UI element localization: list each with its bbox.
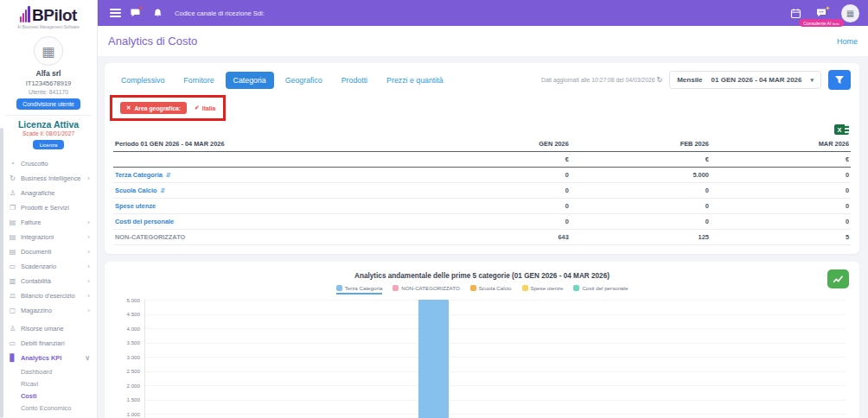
- sidebar-item-anagrafiche[interactable]: ♙Anagrafiche: [0, 186, 97, 200]
- sidebar-item-cruscotto[interactable]: ◔Cruscotto: [0, 156, 97, 171]
- file-icon: ▤: [9, 248, 16, 256]
- export-excel-icon[interactable]: X: [834, 124, 849, 135]
- sidebar-item-risorse-umane[interactable]: ♙Risorse umane: [0, 321, 97, 336]
- tab-fornitore[interactable]: Fornitore: [176, 72, 221, 89]
- brand-logo: BPilot: [0, 0, 97, 25]
- category-spese-utenze[interactable]: Spese utenze: [113, 199, 431, 214]
- legend-item-spese-utenze[interactable]: Spese utenze: [522, 285, 564, 291]
- tab-prodotti[interactable]: Prodotti: [334, 72, 375, 89]
- sidebar-item-prodotti-e-servizi[interactable]: ❒Prodotti e Servizi: [0, 200, 97, 215]
- calendar-icon[interactable]: [790, 8, 801, 19]
- license-status: Licenza Attiva: [0, 119, 97, 130]
- period-range[interactable]: 01 GEN 2026 - 04 MAR 2026: [712, 76, 802, 84]
- hamburger-menu-icon[interactable]: [110, 9, 121, 17]
- filter-value-italia[interactable]: ✔ Italia: [195, 104, 215, 111]
- legend-item-terza-categoria[interactable]: Terza Categoria: [336, 285, 383, 294]
- y-axis-tick: 4.500: [116, 311, 140, 317]
- file-icon: ▤: [9, 233, 16, 241]
- legend-item-costi-del-personale[interactable]: Costi del personale: [573, 285, 628, 291]
- bag-icon: ❒: [9, 204, 16, 212]
- sidebar-item-documenti[interactable]: ▤Documenti›: [0, 244, 97, 259]
- refresh-icon[interactable]: ↻: [656, 76, 662, 84]
- legend-swatch: [522, 285, 528, 291]
- sidebar-item-debiti-finanziari[interactable]: ▭Debiti finanziari: [0, 336, 97, 351]
- expand-icon[interactable]: ⇵: [166, 172, 171, 178]
- bar-terza-categoria-feb-2026: [418, 300, 449, 418]
- gridline: [145, 371, 846, 372]
- tab-categoria[interactable]: Categoria: [226, 72, 274, 89]
- cell-value: 643: [431, 230, 571, 245]
- column-header: FEB 2026: [571, 136, 711, 152]
- expand-icon[interactable]: ⇵: [160, 187, 165, 193]
- cell-value: 0: [431, 214, 571, 230]
- table-row: Terza Categoria⇵05.0000: [113, 168, 851, 183]
- sidebar-item-integrazioni[interactable]: ▤Integrazioni›: [0, 230, 97, 244]
- sidebar-subitem-pfn[interactable]: PFN: [0, 415, 97, 418]
- legend-item-scuola-calcio[interactable]: Scuola Calcio: [470, 285, 512, 291]
- period-selector[interactable]: Mensile 01 GEN 2026 - 04 MAR 2026 ▾: [669, 71, 821, 89]
- chart-title: Analytics andamentale delle prime 5 cate…: [115, 272, 849, 280]
- legend-swatch: [573, 285, 579, 291]
- user-avatar[interactable]: ▦: [841, 4, 859, 22]
- company-vat: IT12345678919: [0, 79, 97, 87]
- tab-prezzi-e-quantit-[interactable]: Prezzi e quantità: [379, 72, 451, 89]
- y-axis-tick: 1.500: [116, 396, 140, 402]
- chat-icon[interactable]: [130, 8, 141, 18]
- table-period-header: Periodo 01 GEN 2026 - 04 MAR 2026: [113, 136, 431, 152]
- annotation-box: ✕ Area geografica: ✔ Italia: [110, 95, 226, 121]
- breadcrumb[interactable]: Home: [837, 37, 858, 46]
- share-user-button[interactable]: Condivisione utente: [16, 98, 80, 110]
- sidebar-subitem-conto-economico[interactable]: Conto Economico: [0, 402, 97, 415]
- filter-chip-area-geografica[interactable]: ✕ Area geografica:: [120, 102, 187, 114]
- chevron-icon: ›: [87, 292, 90, 300]
- sidebar-item-bilancio-d-esercizio[interactable]: ⚖Bilancio d'esercizio›: [0, 288, 97, 303]
- sidebar-item-business-intelligence[interactable]: ↻Business Intelligence›: [0, 171, 97, 186]
- sidebar-item-magazzino[interactable]: ▢Magazzino›: [0, 303, 97, 318]
- sidebar-item-analytics-kpi[interactable]: ▊Analytics KPI∨: [0, 351, 97, 365]
- column-header: MAR 2026: [711, 136, 851, 152]
- trend-line-icon: [833, 275, 844, 284]
- notification-dot: [138, 6, 143, 10]
- category-costi-del-personale[interactable]: Costi del personale: [113, 214, 431, 230]
- cell-value: 0: [711, 168, 851, 183]
- license-button[interactable]: Licenza: [33, 140, 65, 149]
- cost-table: Periodo 01 GEN 2026 - 04 MAR 2026 GEN 20…: [113, 136, 851, 245]
- cell-value: 0: [711, 183, 851, 199]
- chevron-icon: ›: [87, 263, 90, 270]
- sidebar-subitem-costi[interactable]: Costi: [0, 390, 97, 402]
- cell-value: 5.000: [571, 168, 711, 183]
- sidebar-item-fatture[interactable]: ▤Fatture›: [0, 215, 97, 230]
- filter-button[interactable]: [828, 70, 851, 90]
- person-icon: ♙: [9, 325, 16, 332]
- sidebar-nav: ◔Cruscotto↻Business Intelligence›♙Anagra…: [0, 156, 97, 418]
- column-header: GEN 2026: [431, 136, 571, 152]
- sidebar-subitem-ricavi[interactable]: Ricavi: [0, 377, 97, 390]
- close-icon[interactable]: ✕: [126, 104, 131, 111]
- sidebar-item-contabilit-[interactable]: ▥Contabilità›: [0, 274, 97, 288]
- period-mode[interactable]: Mensile: [677, 76, 702, 84]
- file-icon: ▤: [9, 218, 16, 226]
- y-axis-tick: 5.000: [116, 297, 140, 303]
- cell-value: 5: [711, 230, 851, 245]
- sidebar-subitem-dashboard[interactable]: Dashboard: [0, 365, 97, 377]
- gridline: [145, 414, 846, 415]
- filter-chips-row: ✕ Area geografica: ✔ Italia: [113, 95, 851, 121]
- ai-assistant-icon[interactable]: ✦ Consulente AI beta: [815, 8, 827, 18]
- bell-icon[interactable]: [153, 8, 163, 18]
- consulente-ai-badge: Consulente AI beta: [799, 19, 844, 27]
- chart-type-button[interactable]: [827, 269, 849, 288]
- divider: [5, 115, 92, 116]
- tab-geografico[interactable]: Geografico: [278, 72, 330, 89]
- data-updated-label: Dati aggiornati alle 10:27:08 del 04/03/…: [541, 76, 662, 84]
- gridline: [145, 357, 846, 358]
- tab-complessivo[interactable]: Complessivo: [113, 72, 172, 89]
- category-scuola-calcio[interactable]: Scuola Calcio⇵: [113, 183, 431, 199]
- sidebar-scrollbar[interactable]: [0, 128, 3, 418]
- category-terza-categoria[interactable]: Terza Categoria⇵: [113, 168, 431, 183]
- table-row: Scuola Calcio⇵000: [113, 183, 851, 199]
- sidebar-item-scadenzario[interactable]: ▭Scadenzario›: [0, 259, 97, 274]
- main-area: Codice canale di ricezione Sdi: ✦ Consul…: [98, 0, 868, 418]
- sdi-channel-label: Codice canale di ricezione Sdi:: [175, 10, 265, 17]
- cell-value: 125: [571, 230, 711, 245]
- legend-item-non-categorizzato[interactable]: NON-CATEGORIZZATO: [393, 285, 459, 291]
